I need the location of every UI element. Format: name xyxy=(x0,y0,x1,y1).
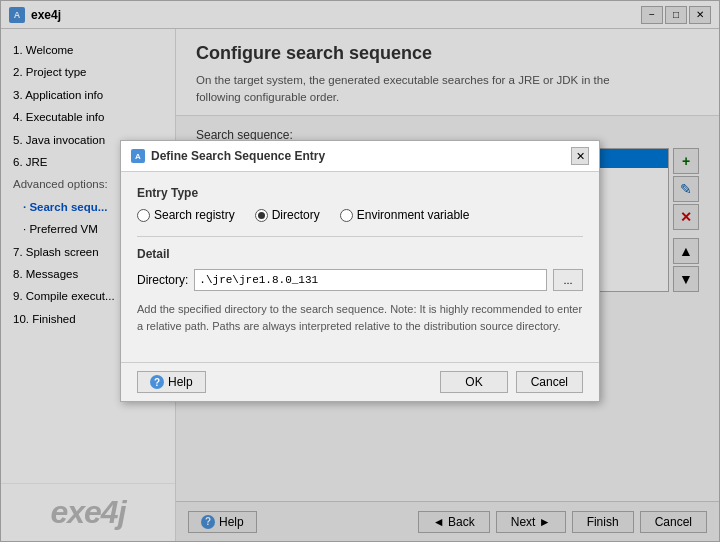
dialog-help-icon: ? xyxy=(150,375,164,389)
dialog-title-label: Define Search Sequence Entry xyxy=(151,149,325,163)
radio-group: Search registry Directory Environment va… xyxy=(137,208,583,222)
radio-environment-variable[interactable]: Environment variable xyxy=(340,208,470,222)
cancel-dialog-button[interactable]: Cancel xyxy=(516,371,583,393)
info-text: Add the specified directory to the searc… xyxy=(137,301,583,334)
dialog-help-label: Help xyxy=(168,375,193,389)
browse-button[interactable]: ... xyxy=(553,269,583,291)
directory-input[interactable] xyxy=(194,269,547,291)
radio-label-directory: Directory xyxy=(272,208,320,222)
entry-type-label: Entry Type xyxy=(137,186,583,200)
radio-search-registry[interactable]: Search registry xyxy=(137,208,235,222)
directory-label: Directory: xyxy=(137,273,188,287)
ok-button[interactable]: OK xyxy=(440,371,507,393)
radio-btn-environment-variable[interactable] xyxy=(340,209,353,222)
dialog: A Define Search Sequence Entry ✕ Entry T… xyxy=(120,140,600,402)
radio-btn-search-registry[interactable] xyxy=(137,209,150,222)
dialog-footer: ? Help OK Cancel xyxy=(121,362,599,401)
dialog-body: Entry Type Search registry Directory Env… xyxy=(121,172,599,362)
main-window: A exe4j − □ ✕ 1. Welcome 2. Project type… xyxy=(0,0,720,542)
dialog-icon: A xyxy=(131,149,145,163)
dialog-title: A Define Search Sequence Entry xyxy=(131,149,325,163)
dialog-overlay: A Define Search Sequence Entry ✕ Entry T… xyxy=(1,1,719,541)
radio-label-environment-variable: Environment variable xyxy=(357,208,470,222)
dialog-close-button[interactable]: ✕ xyxy=(571,147,589,165)
dialog-action-btns: OK Cancel xyxy=(440,371,583,393)
radio-label-search-registry: Search registry xyxy=(154,208,235,222)
detail-label: Detail xyxy=(137,247,583,261)
directory-row: Directory: ... xyxy=(137,269,583,291)
radio-btn-directory[interactable] xyxy=(255,209,268,222)
dialog-title-bar: A Define Search Sequence Entry ✕ xyxy=(121,141,599,172)
detail-section: Detail Directory: ... Add the specified … xyxy=(137,236,583,334)
dialog-help-button[interactable]: ? Help xyxy=(137,371,206,393)
radio-directory[interactable]: Directory xyxy=(255,208,320,222)
